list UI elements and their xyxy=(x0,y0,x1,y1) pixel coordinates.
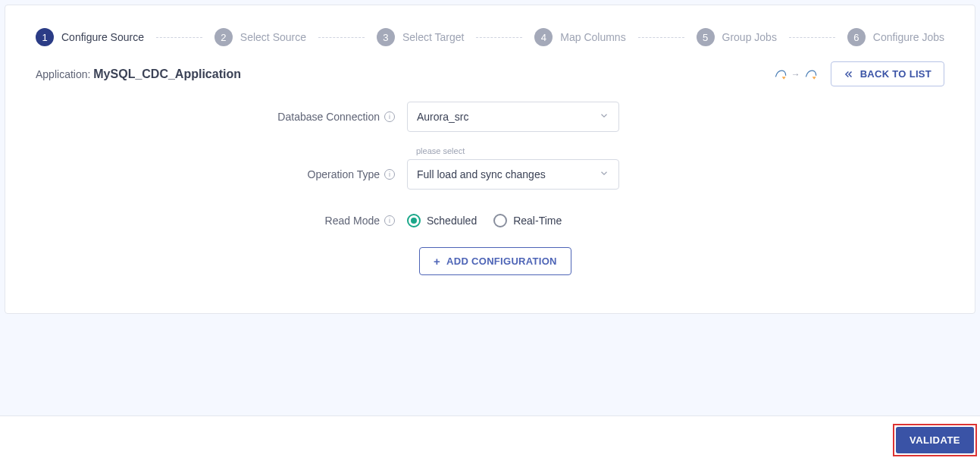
back-to-list-label: BACK TO LIST xyxy=(860,68,931,80)
read-mode-realtime-radio[interactable]: Real-Time xyxy=(493,214,562,227)
step-label: Map Columns xyxy=(560,31,625,43)
read-mode-radio-group: Scheduled Real-Time xyxy=(407,214,619,227)
step-badge: 5 xyxy=(697,28,715,46)
step-badge: 1 xyxy=(36,28,54,46)
radio-unselected-icon xyxy=(493,214,507,227)
step-connector xyxy=(318,37,365,38)
step-badge: 3 xyxy=(377,28,395,46)
radio-selected-icon xyxy=(407,214,421,227)
operation-type-select[interactable]: Full load and sync changes xyxy=(407,159,619,190)
step-configure-jobs[interactable]: 6 Configure Jobs xyxy=(847,28,944,46)
step-label: Select Source xyxy=(240,31,306,43)
step-label: Group Jobs xyxy=(722,31,777,43)
step-connector xyxy=(789,37,835,38)
application-header: Application: MySQL_CDC_Application xyxy=(36,67,241,81)
step-group-jobs[interactable]: 5 Group Jobs xyxy=(697,28,777,46)
step-select-target[interactable]: 3 Select Target xyxy=(377,28,464,46)
add-configuration-label: ADD CONFIGURATION xyxy=(446,256,557,267)
radio-label: Scheduled xyxy=(427,215,477,227)
operation-type-label: Operation Type i xyxy=(36,168,407,180)
step-label: Configure Source xyxy=(61,31,144,43)
step-badge: 4 xyxy=(534,28,553,46)
db-connection-value: Aurora_src xyxy=(417,111,468,123)
chevron-down-icon xyxy=(599,111,609,124)
step-connector xyxy=(638,37,684,38)
step-select-source[interactable]: 2 Select Source xyxy=(214,28,306,46)
step-connector xyxy=(156,37,202,38)
application-label: Application: xyxy=(36,68,93,80)
add-configuration-button[interactable]: + ADD CONFIGURATION xyxy=(419,247,571,275)
step-badge: 6 xyxy=(847,28,866,46)
mysql-target-icon xyxy=(803,67,819,82)
info-icon[interactable]: i xyxy=(384,169,395,180)
back-to-list-button[interactable]: BACK TO LIST xyxy=(831,61,944,86)
step-configure-source[interactable]: 1 Configure Source xyxy=(36,28,144,46)
source-target-icons: → xyxy=(773,67,819,82)
db-connection-label: Database Connection i xyxy=(36,111,407,123)
chevrons-left-icon xyxy=(844,69,854,80)
validate-highlight: VALIDATE xyxy=(893,424,977,456)
step-label: Select Target xyxy=(402,31,464,43)
operation-type-floating-label: please select xyxy=(416,146,465,155)
read-mode-scheduled-radio[interactable]: Scheduled xyxy=(407,214,477,227)
validate-label: VALIDATE xyxy=(910,434,960,446)
step-badge: 2 xyxy=(214,28,233,46)
chevron-down-icon xyxy=(599,168,609,181)
step-map-columns[interactable]: 4 Map Columns xyxy=(534,28,625,46)
db-connection-select[interactable]: Aurora_src xyxy=(407,102,619,132)
arrow-icon: → xyxy=(791,69,800,80)
step-label: Configure Jobs xyxy=(873,31,944,43)
validate-button[interactable]: VALIDATE xyxy=(896,427,974,453)
operation-type-value: Full load and sync changes xyxy=(417,168,546,180)
plus-icon: + xyxy=(434,256,440,267)
step-connector xyxy=(476,37,522,38)
read-mode-label: Read Mode i xyxy=(36,215,407,227)
application-name: MySQL_CDC_Application xyxy=(93,67,241,80)
footer-bar: VALIDATE xyxy=(0,415,980,464)
info-icon[interactable]: i xyxy=(384,111,395,122)
mysql-source-icon xyxy=(773,67,788,82)
info-icon[interactable]: i xyxy=(384,215,395,226)
radio-label: Real-Time xyxy=(513,215,562,227)
wizard-stepper: 1 Configure Source 2 Select Source 3 Sel… xyxy=(5,5,975,61)
